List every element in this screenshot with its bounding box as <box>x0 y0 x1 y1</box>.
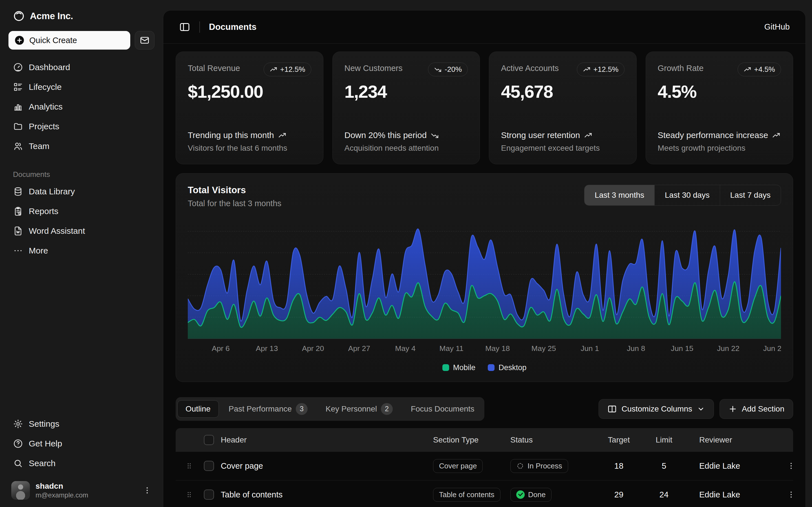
sidebar-item-settings[interactable]: Settings <box>8 414 154 433</box>
tab-label: Outline <box>186 404 211 413</box>
visitors-area-chart-svg: Apr 6Apr 13Apr 20Apr 27May 4May 11May 18… <box>188 221 781 356</box>
github-link[interactable]: GitHub <box>764 22 790 32</box>
columns-icon <box>607 404 617 414</box>
tab-label: Key Personnel <box>326 404 377 413</box>
sidebar-item-data-library[interactable]: Data Library <box>8 182 154 201</box>
trend-up-icon <box>584 131 592 140</box>
sidebar-nav-documents: Data LibraryReportsWord AssistantMore <box>8 182 154 260</box>
search-icon <box>13 458 23 468</box>
area-chart[interactable]: Apr 6Apr 13Apr 20Apr 27May 4May 11May 18… <box>188 221 781 356</box>
stat-card-title: Growth Rate <box>658 62 704 73</box>
add-section-button[interactable]: Add Section <box>719 399 793 419</box>
chart-legend: MobileDesktop <box>188 356 781 374</box>
cell-target[interactable]: 18 <box>598 461 640 471</box>
sidebar-item-more[interactable]: More <box>8 241 154 260</box>
trend-down-icon <box>434 66 442 73</box>
user-menu[interactable]: shadcn m@example.com <box>8 478 154 500</box>
sidebar-item-word-assistant[interactable]: Word Assistant <box>8 222 154 240</box>
quick-create-label: Quick Create <box>29 36 77 45</box>
svg-text:Apr 27: Apr 27 <box>348 344 370 353</box>
dashboard-icon <box>13 62 23 72</box>
sidebar-item-label: Search <box>29 459 56 468</box>
sidebar-item-label: Data Library <box>29 187 75 196</box>
trend-up-icon <box>583 66 591 73</box>
cell-header[interactable]: Table of contents <box>221 490 433 499</box>
row-checkbox[interactable] <box>204 490 214 500</box>
grip-icon <box>185 490 194 499</box>
main-area: Documents GitHub Total Revenue+12.5%$1,2… <box>163 0 812 507</box>
row-actions-button[interactable] <box>786 461 797 470</box>
drag-handle[interactable] <box>181 461 197 470</box>
sidebar-item-get-help[interactable]: Get Help <box>8 434 154 453</box>
sidebar-item-analytics[interactable]: Analytics <box>8 98 154 116</box>
select-all-checkbox[interactable] <box>204 435 214 445</box>
status-badge: Done <box>510 488 552 502</box>
cell-limit[interactable]: 5 <box>640 461 688 471</box>
sidebar-item-dashboard[interactable]: Dashboard <box>8 58 154 76</box>
sidebar-item-label: Word Assistant <box>29 226 85 236</box>
sidebar-toggle-icon[interactable] <box>179 21 190 33</box>
sidebar-item-lifecycle[interactable]: Lifecycle <box>8 78 154 96</box>
cell-reviewer[interactable]: Eddie Lake <box>688 490 786 499</box>
sidebar-item-projects[interactable]: Projects <box>8 117 154 136</box>
tab-outline[interactable]: Outline <box>177 400 219 418</box>
trend-badge: +12.5% <box>264 62 311 76</box>
user-email: m@example.com <box>36 491 88 499</box>
ellipsis-vertical-icon[interactable] <box>143 486 152 495</box>
sidebar-item-label: Team <box>29 142 49 151</box>
range-option-last-3-months[interactable]: Last 3 months <box>585 185 655 205</box>
sidebar-item-label: Get Help <box>29 439 62 448</box>
cell-header[interactable]: Cover page <box>221 461 433 471</box>
customize-columns-label: Customize Columns <box>621 404 692 413</box>
trend-badge: -20% <box>428 62 468 76</box>
loader-icon <box>516 462 524 470</box>
page-title: Documents <box>209 22 257 32</box>
circle-check-icon <box>516 490 525 499</box>
plus-circle-icon <box>14 35 25 46</box>
tab-past-performance[interactable]: Past Performance3 <box>220 399 316 419</box>
tab-focus-documents[interactable]: Focus Documents <box>403 400 483 418</box>
stat-footer-description: Acquisition needs attention <box>345 144 468 153</box>
quick-create-button[interactable]: Quick Create <box>8 31 130 50</box>
drag-handle[interactable] <box>181 490 197 499</box>
tab-label: Focus Documents <box>411 404 474 413</box>
svg-text:May 25: May 25 <box>531 344 556 353</box>
database-icon <box>13 186 23 196</box>
mail-icon <box>140 35 150 45</box>
tab-key-personnel[interactable]: Key Personnel2 <box>317 399 401 419</box>
add-section-label: Add Section <box>742 404 784 413</box>
cell-limit[interactable]: 24 <box>640 490 688 499</box>
row-actions-button[interactable] <box>786 490 797 499</box>
company-logo-icon <box>13 10 25 22</box>
row-checkbox[interactable] <box>204 461 214 471</box>
sidebar-nav-main: DashboardLifecycleAnalyticsProjectsTeam <box>8 58 154 156</box>
range-option-last-30-days[interactable]: Last 30 days <box>655 185 720 205</box>
report-icon <box>13 206 23 216</box>
table-row: Cover pageCover pageIn Process185Eddie L… <box>175 452 793 481</box>
sidebar-item-reports[interactable]: Reports <box>8 202 154 221</box>
column-header-section-type: Section Type <box>433 436 510 445</box>
inbox-button[interactable] <box>135 31 154 50</box>
stat-footer-description: Visitors for the last 6 months <box>188 144 311 153</box>
cell-reviewer[interactable]: Eddie Lake <box>688 461 786 471</box>
range-option-last-7-days[interactable]: Last 7 days <box>720 185 781 205</box>
svg-text:Jun 1: Jun 1 <box>581 344 599 353</box>
users-icon <box>13 141 23 151</box>
legend-item-mobile: Mobile <box>442 363 476 372</box>
sidebar-item-label: Projects <box>29 122 59 131</box>
customize-columns-button[interactable]: Customize Columns <box>599 399 714 419</box>
sidebar-brand[interactable]: Acme Inc. <box>8 6 154 26</box>
trend-up-icon <box>744 66 751 73</box>
settings-icon <box>13 419 23 429</box>
tab-count-badge: 3 <box>296 403 308 415</box>
section-type-badge: Cover page <box>433 459 483 473</box>
stat-card-value: $1,250.00 <box>188 81 311 102</box>
cell-target[interactable]: 29 <box>598 490 640 499</box>
legend-swatch <box>442 364 449 371</box>
stat-card-new-customers: New Customers-20%1,234Down 20% this peri… <box>333 52 480 164</box>
sidebar-item-label: Reports <box>29 207 58 216</box>
tab-label: Past Performance <box>229 404 292 413</box>
sidebar-item-team[interactable]: Team <box>8 137 154 156</box>
sidebar-item-search[interactable]: Search <box>8 454 154 473</box>
sidebar-item-label: Lifecycle <box>29 82 62 92</box>
